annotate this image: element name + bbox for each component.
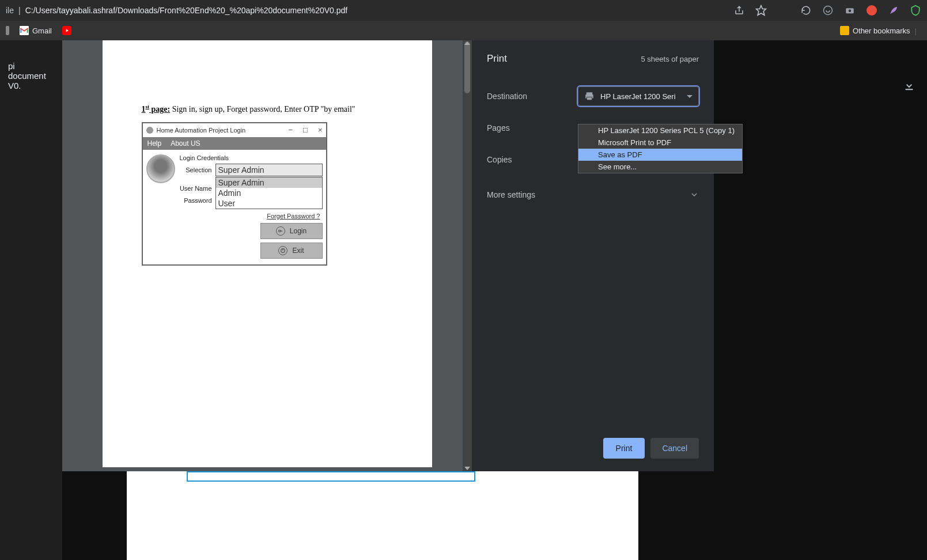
- destination-label: Destination: [487, 92, 578, 101]
- svg-point-7: [278, 230, 280, 232]
- more-settings-label: More settings: [487, 190, 535, 199]
- pdf-tab-label: pi document V0.: [0, 40, 62, 95]
- dest-option-seemore[interactable]: See more...: [578, 161, 742, 173]
- dest-option-savepdf[interactable]: Save as PDF: [578, 149, 742, 161]
- folder-icon: [840, 26, 849, 35]
- extension-camera-icon[interactable]: [844, 5, 856, 16]
- svg-rect-11: [587, 92, 593, 94]
- scroll-down-icon[interactable]: [464, 467, 470, 470]
- label-username: User Name: [179, 185, 215, 192]
- share-icon[interactable]: [733, 5, 745, 16]
- login-menubar: Help About US: [143, 137, 326, 150]
- heading-num: 1: [142, 105, 146, 113]
- minimize-icon: −: [288, 126, 293, 134]
- extension-shield-icon[interactable]: [910, 5, 921, 16]
- extension-feather-icon[interactable]: [888, 5, 899, 16]
- svg-marker-0: [756, 6, 766, 16]
- url-text[interactable]: C:/Users/tayyabali.ashraf/Downloads/Fron…: [25, 6, 348, 15]
- login-titlebar: Home Automation Project Login − □ ×: [143, 123, 326, 137]
- print-dialog: 1st page: Sign in, sign up, Forget passw…: [62, 40, 714, 471]
- destination-value: HP LaserJet 1200 Seri: [600, 92, 681, 101]
- youtube-icon: [62, 26, 71, 35]
- maximize-icon: □: [303, 126, 308, 134]
- url-prefix: ile: [6, 6, 14, 15]
- destination-select[interactable]: HP LaserJet 1200 Seri: [578, 86, 699, 106]
- forget-password-link: Forget Password ?: [179, 213, 320, 220]
- cancel-button[interactable]: Cancel: [650, 438, 699, 459]
- underlying-page: [127, 471, 638, 560]
- browser-address-bar: ile | C:/Users/tayyabali.ashraf/Download…: [0, 0, 927, 21]
- bookmark-item-unknown[interactable]: [6, 26, 9, 35]
- login-title-text: Home Automation Project Login: [157, 127, 246, 134]
- heading-page-word: page:: [149, 105, 170, 113]
- dd-opt-super-admin: Super Admin: [216, 177, 322, 188]
- chevron-down-icon: [687, 95, 693, 98]
- label-selection: Selection: [179, 167, 215, 173]
- close-icon: ×: [318, 126, 323, 134]
- sheets-count: 5 sheets of paper: [641, 55, 699, 63]
- downloads-icon[interactable]: [903, 78, 915, 91]
- login-form-title: Login Credentials: [180, 154, 323, 161]
- power-icon: [278, 246, 287, 255]
- exit-button-label: Exit: [292, 247, 304, 255]
- bookmark-gmail[interactable]: Gmail: [20, 26, 52, 35]
- refresh-icon[interactable]: [800, 5, 812, 16]
- print-button[interactable]: Print: [603, 438, 645, 459]
- viewer-left-strip: pi document V0.: [0, 40, 62, 83]
- login-button-mock: Login: [260, 223, 323, 239]
- bookmark-youtube[interactable]: [62, 26, 71, 35]
- dd-opt-user: User: [216, 198, 322, 209]
- bookmark-favicon: [6, 26, 9, 35]
- label-password: Password: [179, 197, 215, 204]
- printer-icon: [584, 91, 595, 101]
- print-dialog-title: Print: [487, 53, 507, 65]
- dest-option-hp[interactable]: HP LaserJet 1200 Series PCL 5 (Copy 1): [578, 124, 742, 137]
- login-logo: [146, 154, 175, 259]
- separator: |: [18, 6, 21, 15]
- bookmark-star-icon[interactable]: [755, 5, 767, 16]
- bookmarks-divider: |: [915, 27, 917, 35]
- other-bookmarks-label: Other bookmarks: [853, 27, 910, 35]
- gmail-icon: [20, 26, 29, 35]
- svg-rect-13: [587, 97, 592, 100]
- svg-point-3: [849, 10, 852, 13]
- bookmarks-bar: Gmail Other bookmarks |: [0, 21, 927, 40]
- print-preview-pane: 1st page: Sign in, sign up, Forget passw…: [62, 40, 472, 471]
- dest-option-msprint[interactable]: Microsoft Print to PDF: [578, 137, 742, 149]
- more-settings-toggle[interactable]: More settings: [487, 187, 699, 203]
- dd-opt-admin: Admin: [216, 188, 322, 198]
- pdf-page-preview: 1st page: Sign in, sign up, Forget passw…: [103, 40, 432, 467]
- selection-dropdown: Super Admin: [215, 164, 323, 176]
- bookmark-gmail-label: Gmail: [32, 27, 52, 35]
- heading-rest: Sign in, sign up, Forget password, Enter…: [170, 105, 355, 113]
- extension-adblock-icon[interactable]: [866, 5, 877, 16]
- page-heading: 1st page: Sign in, sign up, Forget passw…: [142, 104, 393, 114]
- preview-scrollbar[interactable]: [463, 40, 472, 471]
- menu-about: About US: [171, 139, 200, 147]
- copies-label: Copies: [487, 155, 578, 164]
- login-app-icon: [146, 127, 153, 134]
- chevron-down-icon: [690, 190, 699, 199]
- login-button-label: Login: [290, 227, 307, 235]
- selection-dropdown-list: Super Admin Admin User: [215, 177, 323, 209]
- login-window-mock: Home Automation Project Login − □ × Help…: [142, 122, 327, 266]
- scroll-up-icon[interactable]: [464, 41, 470, 45]
- extension-grammarly-icon[interactable]: [822, 5, 834, 16]
- menu-help: Help: [147, 139, 162, 147]
- exit-button-mock: Exit: [260, 243, 323, 259]
- svg-point-1: [824, 6, 833, 15]
- scroll-thumb[interactable]: [464, 41, 470, 93]
- selection-value: Super Admin: [218, 165, 264, 175]
- underlying-highlight-box: [187, 471, 475, 482]
- pages-label: Pages: [487, 123, 578, 133]
- print-settings-pane: Print 5 sheets of paper Destination HP L…: [472, 40, 714, 471]
- key-icon: [276, 226, 285, 236]
- other-bookmarks[interactable]: Other bookmarks: [840, 26, 910, 35]
- destination-dropdown-menu: HP LaserJet 1200 Series PCL 5 (Copy 1) M…: [578, 124, 743, 173]
